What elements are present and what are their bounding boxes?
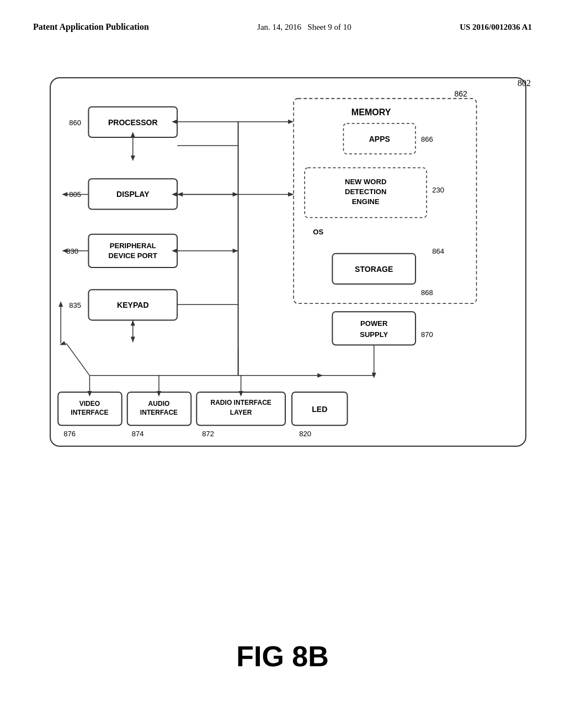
video-label2: INTERFACE: [71, 409, 108, 416]
svg-rect-7: [88, 234, 177, 267]
page-header: Patent Application Publication Jan. 14, …: [0, 0, 565, 32]
svg-marker-17: [131, 156, 135, 161]
label-835: 835: [69, 301, 81, 309]
svg-marker-18: [131, 132, 135, 137]
svg-marker-49: [62, 249, 67, 253]
keypad-label: KEYPAD: [117, 301, 148, 309]
label-864: 864: [432, 247, 444, 255]
os-label: OS: [313, 228, 323, 236]
nwde-label2: DETECTION: [345, 188, 386, 196]
diagram-svg: 862 MEMORY APPS 866 NEW WORD DETECTION E…: [33, 77, 532, 463]
label-862: 862: [454, 89, 467, 98]
publication-label: Patent Application Publication: [33, 22, 149, 32]
svg-marker-29: [233, 249, 238, 253]
label-870: 870: [421, 330, 433, 339]
power-label2: SUPPLY: [360, 330, 388, 339]
svg-line-50: [66, 344, 89, 376]
label-868: 868: [421, 288, 433, 297]
svg-marker-38: [157, 391, 161, 397]
label-866: 866: [421, 135, 433, 143]
label-872: 872: [202, 430, 214, 438]
power-label1: POWER: [360, 319, 388, 328]
svg-marker-28: [172, 249, 177, 253]
svg-marker-40: [239, 391, 243, 397]
label-230: 230: [432, 186, 444, 194]
audio-label1: AUDIO: [148, 400, 170, 408]
label-876: 876: [63, 430, 76, 438]
svg-marker-15: [172, 120, 177, 124]
svg-marker-53: [58, 301, 63, 307]
svg-marker-25: [288, 192, 294, 196]
label-820: 820: [299, 430, 311, 438]
memory-label: MEMORY: [351, 107, 391, 117]
svg-rect-4: [332, 312, 415, 345]
label-860: 860: [69, 119, 81, 127]
display-label: DISPLAY: [116, 190, 150, 199]
patent-number-label: US 2016/0012036 A1: [460, 23, 532, 32]
peripheral-label1: PERIPHERAL: [110, 242, 156, 250]
svg-marker-26: [177, 192, 183, 196]
svg-marker-31: [131, 337, 135, 342]
apps-label: APPS: [369, 135, 390, 143]
radio-label1: RADIO INTERFACE: [210, 399, 271, 406]
radio-label2: LAYER: [230, 409, 252, 416]
processor-label: PROCESSOR: [108, 118, 158, 127]
led-label: LED: [312, 405, 327, 414]
svg-marker-32: [131, 320, 135, 325]
figure-caption: FIG 8B: [0, 640, 565, 673]
nwde-label1: NEW WORD: [345, 178, 386, 186]
video-label1: VIDEO: [79, 400, 100, 408]
svg-marker-22: [172, 192, 177, 196]
storage-label: STORAGE: [355, 265, 393, 274]
svg-marker-47: [62, 192, 67, 196]
svg-marker-36: [87, 391, 92, 397]
label-874: 874: [132, 430, 144, 438]
diagram-area: 802 862 MEMORY APPS 866 NEW WORD DETECTI…: [33, 77, 532, 463]
audio-label2: INTERFACE: [140, 409, 178, 416]
nwde-label3: ENGINE: [352, 197, 380, 206]
peripheral-label2: DEVICE PORT: [109, 251, 157, 260]
svg-marker-14: [288, 120, 294, 124]
date-sheet-label: Jan. 14, 2016 Sheet 9 of 10: [257, 23, 351, 32]
